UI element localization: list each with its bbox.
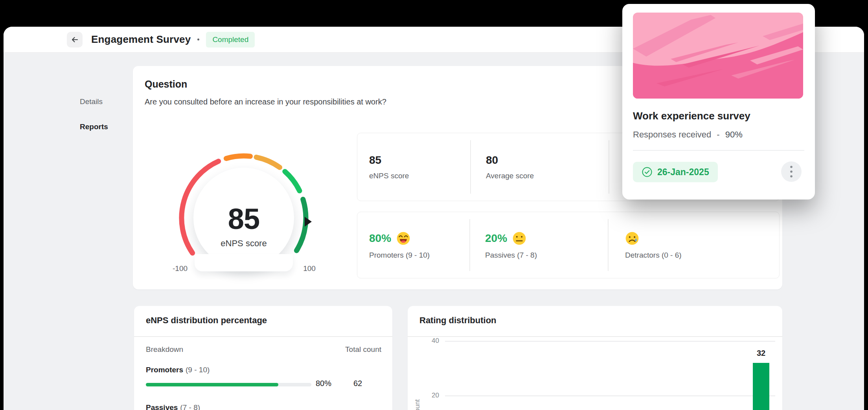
- stat-label: Passives (7 - 8): [485, 251, 595, 260]
- segment-stats-strip: 80% Promoters (9 - 10) 20%: [357, 212, 780, 278]
- stat-detractors: Detractors (0 - 6): [625, 212, 759, 278]
- segment-value-row: 80%: [369, 231, 463, 246]
- promoters-percent-label: 80%: [316, 379, 331, 388]
- y-axis-label: Response Count: [414, 381, 425, 410]
- enps-distribution-card: eNPS distribution percentage Breakdown T…: [134, 306, 392, 410]
- crying-face-emoji-icon: [625, 231, 639, 245]
- stat-divider: [470, 140, 471, 194]
- stat-average-score: 80 Average score: [486, 133, 588, 201]
- card-divider: [134, 336, 392, 337]
- sidebar-item-details[interactable]: Details: [80, 97, 103, 106]
- dot-separator-icon: [197, 38, 199, 40]
- stat-label: Promoters (9 - 10): [369, 251, 463, 260]
- survey-cover-image: [633, 13, 803, 99]
- stat-label: Detractors (0 - 6): [625, 251, 759, 260]
- rating-bar-value: 32: [748, 349, 774, 358]
- kebab-menu-icon: [790, 165, 793, 178]
- enps-gauge: 85 eNPS score -100 100: [167, 139, 320, 277]
- segment-value-row: [625, 231, 759, 246]
- column-header-breakdown: Breakdown: [146, 345, 183, 354]
- stat-value: 85: [369, 154, 463, 167]
- row-name: Promoters: [146, 366, 183, 374]
- question-text: Are you consulted before an increase in …: [145, 97, 386, 106]
- completion-date-pill: 26-Jan-2025: [633, 162, 718, 182]
- gridline-40: [445, 341, 775, 342]
- y-tick-40: 40: [419, 337, 439, 345]
- left-arrow-icon: [69, 34, 80, 45]
- gauge-segment-orange: [226, 156, 250, 158]
- question-heading: Question: [145, 79, 187, 90]
- check-circle-icon: [642, 167, 653, 178]
- pink-brush-artwork: [633, 13, 803, 99]
- distribution-row-label: Passives(7 - 8): [146, 403, 200, 410]
- laughing-face-emoji-icon: [396, 231, 410, 245]
- stat-passives: 20% Passives (7 - 8): [485, 212, 595, 278]
- completion-date: 26-Jan-2025: [657, 167, 709, 178]
- passives-percent: 20%: [485, 232, 507, 245]
- survey-summary-card[interactable]: Work experience survey Responses receive…: [622, 4, 815, 200]
- rating-bar: [753, 363, 769, 410]
- responses-row: Responses received - 90%: [633, 130, 743, 140]
- stat-enps-score: 85 eNPS score: [369, 133, 463, 201]
- gauge-label: eNPS score: [185, 238, 303, 249]
- stat-divider: [608, 219, 609, 271]
- page: { "colors": { "accent_green": "#22ae61",…: [0, 0, 868, 410]
- survey-title: Work experience survey: [633, 110, 750, 122]
- status-badge: Completed: [206, 32, 255, 48]
- more-options-button[interactable]: [781, 161, 802, 182]
- sidebar-item-reports[interactable]: Reports: [80, 123, 108, 131]
- row-name: Passives: [146, 403, 178, 410]
- responses-label: Responses received: [633, 130, 711, 140]
- card-title: eNPS distribution percentage: [146, 315, 267, 326]
- rating-distribution-card: Rating distribution 40 20 Response Count…: [408, 306, 782, 410]
- promoters-progress-track: [146, 383, 311, 386]
- responses-value: 90%: [725, 130, 743, 140]
- stat-label: eNPS score: [369, 172, 463, 180]
- gauge-max-label: 100: [292, 264, 327, 273]
- row-range: (9 - 10): [186, 366, 210, 374]
- column-header-total-count: Total count: [334, 345, 381, 354]
- distribution-row-label: Promoters(9 - 10): [146, 366, 210, 374]
- gauge-value: 85: [185, 202, 303, 236]
- stat-divider: [469, 219, 470, 271]
- gauge-segment-amber: [256, 157, 280, 167]
- page-title: Engagement Survey: [91, 33, 191, 46]
- card-title: Rating distribution: [419, 315, 497, 326]
- stat-promoters: 80% Promoters (9 - 10): [369, 212, 463, 278]
- promoters-progress-fill: [146, 383, 278, 386]
- neutral-face-emoji-icon: [512, 231, 526, 245]
- promoters-percent: 80%: [369, 232, 391, 245]
- card-divider: [408, 336, 782, 337]
- gauge-segment-green-light: [285, 172, 300, 191]
- stat-label: Average score: [486, 172, 588, 180]
- row-range: (7 - 8): [180, 403, 200, 410]
- segment-value-row: 20%: [485, 231, 595, 246]
- gridline-20: [445, 395, 775, 396]
- card-divider: [633, 150, 804, 151]
- back-button[interactable]: [67, 32, 83, 48]
- responses-separator: -: [717, 130, 719, 140]
- stat-divider: [609, 140, 609, 194]
- stat-value: 80: [486, 154, 588, 167]
- gauge-min-label: -100: [162, 264, 198, 273]
- promoters-total-count: 62: [334, 379, 381, 388]
